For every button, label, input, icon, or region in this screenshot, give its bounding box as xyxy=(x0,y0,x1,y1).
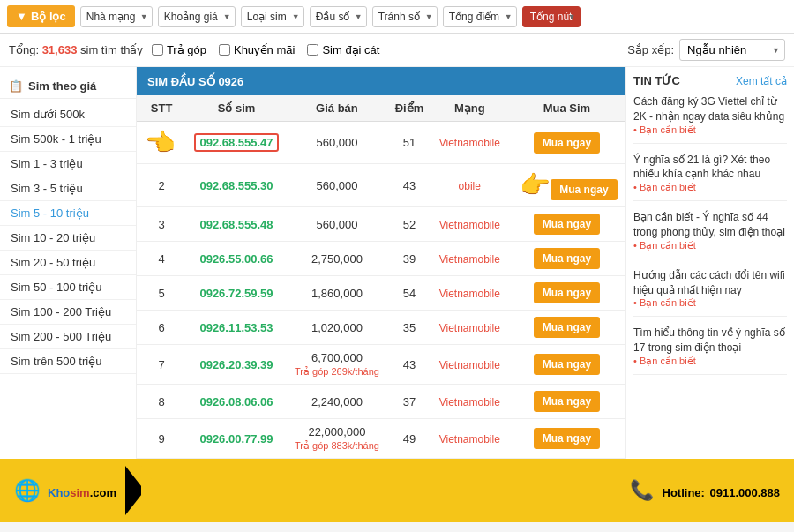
total-text: Tổng: 31,633 sim tìm thấy xyxy=(9,43,143,56)
cell-mang: Vietnamobile xyxy=(431,207,508,242)
cell-so-sim[interactable]: 092.68.555.30 xyxy=(186,164,287,207)
cell-mang: Vietnamobile xyxy=(431,419,508,459)
filter-bar: ▼ Bộ lọc Nhà mạng Khoảng giá Loại sim Đầ… xyxy=(0,0,794,34)
thumb-left-icon: 👈 xyxy=(145,128,176,157)
mua-ngay-button[interactable]: Mua ngay xyxy=(534,282,600,303)
mua-ngay-button[interactable]: Mua ngay xyxy=(534,132,600,154)
footer-bar: 🌐 Khosim.com 📞 Hotline: 0911.000.888 xyxy=(0,459,794,522)
nha-mang-wrap: Nhà mạng xyxy=(80,6,153,27)
tong-nut-select[interactable]: Tổng nút xyxy=(522,6,581,27)
news-item-tag[interactable]: • Bạn cần biết xyxy=(633,182,787,193)
sidebar-item-2[interactable]: Sim 1 - 3 triệu xyxy=(0,152,136,176)
cell-mang: obile xyxy=(431,164,508,207)
sort-label: Sắp xếp: xyxy=(627,43,674,56)
sidebar-item-7[interactable]: Sim 50 - 100 triệu xyxy=(0,275,136,300)
checkbox-tra-gop-input[interactable] xyxy=(152,44,163,56)
news-item-tag[interactable]: • Bạn cần biết xyxy=(633,240,787,251)
sim-number[interactable]: 0926.20.39.39 xyxy=(199,358,273,371)
khoang-gia-wrap: Khoảng giá xyxy=(158,6,236,27)
news-header: TIN TỨC Xem tất cả xyxy=(633,74,787,87)
cell-so-sim[interactable]: 092.68.555.48 xyxy=(186,207,287,242)
sim-number[interactable]: 092.68.555.30 xyxy=(199,179,273,192)
cell-so-sim[interactable]: 0926.55.00.66 xyxy=(186,242,287,276)
news-item-title[interactable]: Cách đăng ký 3G Viettel chỉ từ 2K - nhận… xyxy=(633,94,787,124)
cell-so-sim[interactable]: 092.68.555.47 xyxy=(186,122,287,164)
phone-icon: 📞 xyxy=(630,479,654,502)
tranh-so-select[interactable]: Tránh số xyxy=(372,6,438,27)
sidebar-item-9[interactable]: Sim 200 - 500 Triệu xyxy=(0,325,136,349)
thumb-right-icon: 👉 xyxy=(520,170,551,199)
sidebar-item-8[interactable]: Sim 100 - 200 Triệu xyxy=(0,300,136,325)
mua-ngay-button[interactable]: Mua ngay xyxy=(534,248,600,269)
sidebar-item-6[interactable]: Sim 20 - 50 triệu xyxy=(0,251,136,275)
sim-number[interactable]: 0926.55.00.66 xyxy=(199,252,273,266)
cell-so-sim[interactable]: 0926.08.06.06 xyxy=(186,385,287,419)
mua-ngay-button[interactable]: Mua ngay xyxy=(534,214,600,235)
sidebar-item-3[interactable]: Sim 3 - 5 triệu xyxy=(0,176,136,201)
cell-so-sim[interactable]: 0926.00.77.99 xyxy=(186,419,287,459)
globe-icon: 🌐 xyxy=(14,478,41,503)
mua-ngay-button[interactable]: Mua ngay xyxy=(534,391,600,412)
sidebar-item-5[interactable]: Sim 10 - 20 triệu xyxy=(0,226,136,251)
news-item-tag[interactable]: • Bạn cần biết xyxy=(633,297,787,309)
news-item: Hướng dẫn các cách đổi tên wifi hiệu quả… xyxy=(633,268,787,318)
news-item-title[interactable]: Tìm hiểu thông tin về ý nghĩa số 17 tron… xyxy=(633,326,787,356)
cell-so-sim[interactable]: 0926.11.53.53 xyxy=(186,311,287,345)
checkbox-sim-dai-cat[interactable]: Sim đại cát xyxy=(307,43,379,56)
news-list: Cách đăng ký 3G Viettel chỉ từ 2K - nhận… xyxy=(633,94,787,375)
sim-number[interactable]: 0926.00.77.99 xyxy=(199,432,273,446)
second-row: Tổng: 31,633 sim tìm thấy Trả góp Khuyến… xyxy=(0,34,794,67)
sim-number[interactable]: 0926.08.06.06 xyxy=(199,395,273,408)
hotline-label: Hotline: xyxy=(663,486,705,499)
mua-ngay-button[interactable]: Mua ngay xyxy=(534,354,600,375)
filter-icon: ▼ xyxy=(16,10,27,23)
news-item-tag[interactable]: • Bạn cần biết xyxy=(633,124,787,136)
sidebar-item-10[interactable]: Sim trên 500 triệu xyxy=(0,349,136,374)
total-count: 31,633 xyxy=(42,43,78,56)
cell-mua-sim: 👉Mua ngay xyxy=(508,164,625,207)
checkbox-tra-gop[interactable]: Trả góp xyxy=(152,43,206,56)
dau-so-select[interactable]: Đầu số xyxy=(310,6,367,27)
sort-select[interactable]: Ngẫu nhiên Giá tăng dần Giá giảm dần Điể… xyxy=(679,39,785,61)
cell-mua-sim: Mua ngay xyxy=(508,419,625,459)
cell-stt: 👈 xyxy=(137,122,186,164)
table-row: 3092.68.555.48560,00052VietnamobileMua n… xyxy=(137,207,625,242)
cell-so-sim[interactable]: 0926.20.39.39 xyxy=(186,345,287,385)
cell-gia-ban: 1,860,000 xyxy=(287,276,387,311)
sidebar-item-0[interactable]: Sim dưới 500k xyxy=(0,102,136,127)
sidebar-item-4[interactable]: Sim 5 - 10 triệu xyxy=(0,201,136,226)
table-icon: 📋 xyxy=(9,79,23,93)
sim-number[interactable]: 092.68.555.47 xyxy=(194,133,278,152)
nha-mang-select[interactable]: Nhà mạng xyxy=(80,6,153,27)
table-row: 50926.72.59.591,860,00054VietnamobileMua… xyxy=(137,276,625,311)
mua-ngay-button[interactable]: Mua ngay xyxy=(551,179,617,200)
sim-number[interactable]: 0926.72.59.59 xyxy=(199,287,273,300)
checkbox-khuyen-mai[interactable]: Khuyến mãi xyxy=(219,43,295,56)
khoang-gia-select[interactable]: Khoảng giá xyxy=(158,6,236,27)
tong-diem-select[interactable]: Tổng điểm xyxy=(443,6,517,27)
checkbox-khuyen-mai-input[interactable] xyxy=(219,44,230,56)
sim-number[interactable]: 092.68.555.48 xyxy=(199,218,273,231)
news-viewall-link[interactable]: Xem tất cả xyxy=(736,75,787,87)
news-item-tag[interactable]: • Bạn cần biết xyxy=(633,356,787,367)
checkbox-sim-dai-cat-input[interactable] xyxy=(307,44,318,56)
sim-number[interactable]: 0926.11.53.53 xyxy=(199,321,273,334)
cell-diem: 54 xyxy=(387,276,431,311)
news-item: Bạn cần biết - Ý nghĩa số 44 trong phong… xyxy=(633,210,787,259)
mua-ngay-button[interactable]: Mua ngay xyxy=(534,317,600,338)
cell-stt: 4 xyxy=(137,242,186,276)
cell-diem: 39 xyxy=(387,242,431,276)
cell-stt: 8 xyxy=(137,385,186,419)
hotline-number: 0911.000.888 xyxy=(709,486,780,499)
cell-so-sim[interactable]: 0926.72.59.59 xyxy=(186,276,287,311)
center-table-area: SIM ĐẦU SỐ 0926 STT Số sim Giá bán Điểm … xyxy=(137,67,626,459)
news-item-title[interactable]: Hướng dẫn các cách đổi tên wifi hiệu quả… xyxy=(633,268,787,298)
sidebar-item-1[interactable]: Sim 500k - 1 triệu xyxy=(0,127,136,152)
news-item-title[interactable]: Bạn cần biết - Ý nghĩa số 44 trong phong… xyxy=(633,210,787,240)
loai-sim-select[interactable]: Loại sim xyxy=(241,6,304,27)
cell-mua-sim: Mua ngay xyxy=(508,207,625,242)
total-label: Tổng: xyxy=(9,43,39,56)
news-item-title[interactable]: Ý nghĩa số 21 là gì? Xét theo nhiều khía… xyxy=(633,153,787,183)
filter-button[interactable]: ▼ Bộ lọc xyxy=(7,5,75,27)
mua-ngay-button[interactable]: Mua ngay xyxy=(534,428,600,449)
